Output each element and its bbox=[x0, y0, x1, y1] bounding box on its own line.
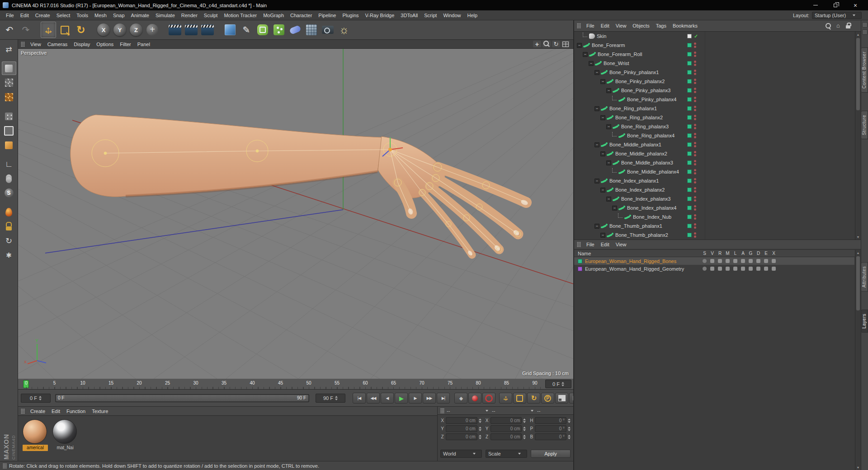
visibility-dots[interactable] bbox=[694, 187, 696, 193]
render-view-icon[interactable] bbox=[167, 22, 183, 38]
visibility-dots[interactable] bbox=[694, 205, 696, 211]
layer-color-swatch[interactable] bbox=[687, 88, 692, 93]
menu-tools[interactable]: Tools bbox=[73, 13, 91, 18]
collapse-toggle-icon[interactable]: − bbox=[594, 106, 599, 111]
tree-item-bone-ring-phalanx3[interactable]: −Bone_Ring_phalanx3 bbox=[574, 122, 854, 131]
world-object-select[interactable]: World bbox=[440, 450, 482, 458]
visibility-dots[interactable] bbox=[694, 196, 696, 202]
column-header-s[interactable]: S bbox=[701, 251, 708, 256]
tree-item-bone-index-phalanx4[interactable]: −Bone_Index_phalanx4 bbox=[574, 203, 854, 212]
x-axis-lock-icon[interactable]: X bbox=[96, 22, 111, 38]
layer-toggle-e[interactable] bbox=[764, 259, 768, 263]
zoom-view-icon[interactable] bbox=[542, 41, 551, 47]
layer-toggle-r[interactable] bbox=[718, 267, 722, 271]
tree-item-bone-index-phalanx3[interactable]: −Bone_Index_phalanx3 bbox=[574, 194, 854, 203]
layer-toggle-a[interactable] bbox=[741, 259, 745, 263]
name-column-header[interactable]: Name bbox=[578, 251, 591, 256]
menu-mograph[interactable]: MoGraph bbox=[260, 13, 287, 18]
autokeying-button[interactable] bbox=[482, 393, 495, 404]
timeline-ruler[interactable]: 051015202530354045505560657075808590 0 F bbox=[18, 379, 573, 390]
coordinate-system-icon[interactable] bbox=[145, 22, 160, 38]
tree-item-bone-index-phalanx2[interactable]: −Bone_Index_phalanx2 bbox=[574, 185, 854, 194]
object-manager-menu-view[interactable]: View bbox=[613, 23, 630, 28]
menu-mesh[interactable]: Mesh bbox=[91, 13, 110, 18]
dock-handle-icon[interactable] bbox=[862, 29, 868, 35]
layer-toggle-g[interactable] bbox=[749, 267, 753, 271]
material-menu-edit[interactable]: Edit bbox=[48, 409, 63, 414]
keyframe-mode-button[interactable] bbox=[454, 393, 467, 404]
visibility-dots[interactable] bbox=[694, 142, 696, 147]
collapse-toggle-icon[interactable]: − bbox=[606, 124, 611, 129]
collapse-toggle-icon[interactable]: − bbox=[594, 142, 599, 147]
camera-icon[interactable] bbox=[320, 22, 335, 38]
column-header-e[interactable]: E bbox=[762, 251, 770, 256]
material-preview-sphere[interactable] bbox=[23, 419, 47, 444]
layer-manager-menu-edit[interactable]: Edit bbox=[598, 242, 613, 247]
position-field-x[interactable]: 0 cm bbox=[446, 417, 477, 424]
visibility-dots[interactable] bbox=[694, 151, 696, 156]
scrollbar-thumb[interactable] bbox=[856, 38, 860, 110]
field-stepper[interactable] bbox=[523, 435, 526, 439]
coordinate-column-header-1[interactable]: -- bbox=[492, 408, 533, 414]
panel-grip[interactable] bbox=[577, 23, 581, 28]
object-manager-menu-tags[interactable]: Tags bbox=[653, 23, 670, 28]
tree-item-bone-middle-phalanx1[interactable]: −Bone_Middle_phalanx1 bbox=[574, 140, 854, 149]
collapse-toggle-icon[interactable]: − bbox=[606, 160, 611, 165]
z-axis-lock-icon[interactable]: Z bbox=[128, 22, 144, 38]
layer-color-swatch[interactable] bbox=[687, 169, 692, 174]
rotate-tool-icon[interactable] bbox=[73, 22, 89, 38]
enabled-checkbox[interactable] bbox=[687, 34, 692, 38]
field-stepper[interactable] bbox=[568, 435, 571, 439]
rotation-field-p[interactable]: 0 ° bbox=[535, 425, 566, 432]
material-americal[interactable]: americal bbox=[23, 419, 48, 451]
add-cube-icon[interactable] bbox=[222, 22, 238, 38]
layer-row-european-woman-hand-rigged-bones[interactable]: European_Woman_Hand_Rigged_Bones bbox=[574, 257, 854, 265]
collapse-toggle-icon[interactable]: − bbox=[583, 52, 588, 57]
end-frame-stepper[interactable] bbox=[335, 396, 338, 400]
tree-item-bone-index-phalanx1[interactable]: −Bone_Index_phalanx1 bbox=[574, 176, 854, 185]
tree-item-bone-ring-phalanx4[interactable]: Bone_Ring_phalanx4 bbox=[574, 131, 854, 140]
collapse-toggle-icon[interactable]: − bbox=[594, 224, 599, 229]
toggle-views-icon[interactable] bbox=[561, 41, 570, 47]
field-stepper[interactable] bbox=[479, 418, 481, 423]
viewport-menu-view[interactable]: View bbox=[27, 42, 44, 47]
tree-item-bone-ring-phalanx1[interactable]: −Bone_Ring_phalanx1 bbox=[574, 104, 854, 113]
layer-toggle-s[interactable] bbox=[703, 259, 707, 263]
collapse-toggle-icon[interactable]: − bbox=[612, 206, 617, 211]
dock-tab-attributes[interactable]: Attributes bbox=[861, 262, 868, 291]
environment-objects-icon[interactable] bbox=[304, 22, 319, 38]
previous-key-button[interactable]: ◀◀ bbox=[367, 393, 380, 404]
layer-color-swatch[interactable] bbox=[687, 142, 692, 147]
kf-pla-toggle[interactable] bbox=[555, 393, 568, 404]
collapse-toggle-icon[interactable]: − bbox=[606, 88, 611, 93]
undo-icon[interactable] bbox=[2, 22, 17, 38]
size-field-z[interactable]: 0 cm bbox=[491, 433, 522, 440]
collapse-toggle-icon[interactable]: − bbox=[594, 70, 599, 75]
polygons-mode-icon[interactable] bbox=[2, 138, 16, 152]
viewport-menu-display[interactable]: Display bbox=[71, 42, 93, 47]
viewport-solo-icon[interactable] bbox=[2, 172, 16, 185]
layer-color-swatch[interactable] bbox=[687, 124, 692, 129]
layer-toggle-a[interactable] bbox=[741, 267, 745, 271]
layer-color-swatch[interactable] bbox=[687, 61, 692, 66]
layer-color-swatch[interactable] bbox=[687, 70, 692, 75]
workplane-icon[interactable] bbox=[2, 234, 16, 248]
material-mat-nai[interactable]: mat_Nai bbox=[52, 419, 78, 451]
tree-item-bone-pinky-phalanx2[interactable]: −Bone_Pinky_phalanx2 bbox=[574, 77, 854, 86]
layer-color-swatch[interactable] bbox=[578, 259, 582, 263]
layer-color-swatch[interactable] bbox=[687, 224, 692, 228]
menu-pipeline[interactable]: Pipeline bbox=[315, 13, 339, 18]
visibility-dots[interactable] bbox=[694, 88, 696, 93]
layer-color-swatch[interactable] bbox=[687, 97, 692, 102]
collapse-toggle-icon[interactable]: − bbox=[600, 79, 605, 84]
apply-button[interactable]: Apply bbox=[531, 450, 571, 458]
layer-color-swatch[interactable] bbox=[687, 188, 692, 192]
collapse-toggle-icon[interactable]: − bbox=[600, 115, 605, 120]
dock-tab-content-browser[interactable]: Content Browser bbox=[861, 47, 868, 93]
move-tool-icon[interactable] bbox=[41, 22, 56, 38]
layer-color-swatch[interactable] bbox=[687, 43, 692, 47]
layer-color-swatch[interactable] bbox=[687, 215, 692, 219]
subdivision-surface-icon[interactable] bbox=[255, 22, 270, 38]
column-header-x[interactable]: X bbox=[770, 251, 778, 256]
close-button[interactable]: × bbox=[845, 0, 865, 10]
